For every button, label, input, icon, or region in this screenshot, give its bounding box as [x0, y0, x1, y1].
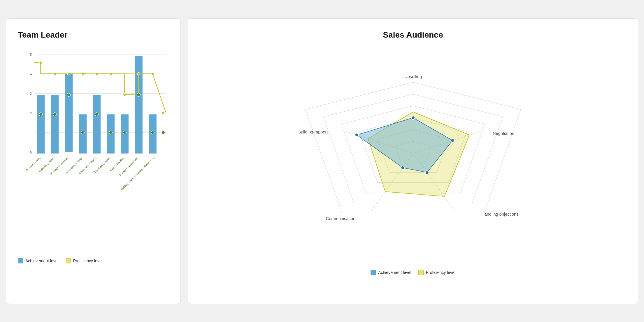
- team-leader-card: Team Leader 0 1 2 3 4 5: [6, 18, 181, 304]
- svg-point-72: [411, 116, 415, 119]
- svg-rect-23: [65, 74, 73, 152]
- sales-audience-title: Sales Audience: [200, 30, 626, 40]
- svg-text:5: 5: [30, 52, 32, 56]
- svg-point-39: [162, 111, 165, 114]
- label-communication-2: Communication: [326, 216, 355, 221]
- svg-point-73: [451, 139, 454, 142]
- svg-text:3: 3: [30, 92, 32, 95]
- svg-point-35: [109, 72, 112, 75]
- right-achievement-legend-box: [371, 270, 376, 275]
- svg-point-45: [109, 131, 113, 134]
- svg-point-30: [39, 61, 42, 64]
- svg-rect-21: [37, 95, 45, 153]
- svg-point-76: [355, 133, 359, 137]
- svg-point-47: [137, 93, 141, 96]
- right-achievement-legend-label: Achievement level: [378, 270, 411, 275]
- svg-text:Communication: Communication: [109, 156, 125, 172]
- proficiency-legend-label: Proficiency level: [73, 258, 103, 263]
- svg-point-32: [67, 72, 70, 75]
- svg-point-41: [53, 112, 57, 116]
- svg-point-74: [425, 170, 429, 174]
- svg-point-46: [123, 131, 127, 134]
- radar-svg: .radar-label { font-size: 15px; fill: #5…: [299, 48, 527, 258]
- svg-point-31: [53, 72, 56, 75]
- bar-chart-svg: 0 1 2 3 4 5: [18, 48, 169, 200]
- svg-text:2: 2: [30, 111, 32, 115]
- team-leader-title: Team Leader: [18, 30, 169, 40]
- right-achievement-legend-item: Achievement level: [371, 270, 411, 275]
- svg-rect-25: [93, 95, 101, 153]
- svg-text:Building and maintaining relat: Building and maintaining relationships: [120, 156, 155, 191]
- svg-rect-28: [135, 55, 143, 153]
- svg-point-43: [81, 131, 85, 134]
- achievement-legend-box: [18, 258, 23, 263]
- svg-text:0: 0: [30, 150, 32, 154]
- svg-point-36: [123, 93, 126, 96]
- svg-point-49: [162, 131, 165, 134]
- svg-point-44: [95, 112, 99, 116]
- label-upselling: Upselling: [404, 74, 422, 79]
- right-legend: Achievement level Proficiency level: [371, 264, 455, 275]
- svg-point-48: [151, 131, 155, 134]
- svg-rect-22: [51, 95, 59, 153]
- achievement-legend-label: Achievement level: [25, 258, 59, 263]
- svg-point-34: [95, 72, 98, 75]
- svg-point-37: [137, 72, 140, 75]
- svg-point-40: [39, 112, 43, 116]
- svg-text:1: 1: [30, 131, 32, 134]
- svg-point-42: [67, 93, 71, 96]
- sales-audience-card: Sales Audience .radar-label { font-size:…: [188, 18, 638, 304]
- svg-point-75: [401, 166, 404, 169]
- proficiency-legend-box: [66, 258, 71, 263]
- right-proficiency-legend-box: [418, 270, 424, 275]
- bar-chart-area: 0 1 2 3 4 5: [18, 48, 169, 200]
- svg-point-33: [81, 72, 84, 75]
- achievement-legend-item: Achievement level: [18, 258, 59, 263]
- proficiency-legend-item: Proficiency level: [66, 258, 103, 263]
- radar-container: .radar-label { font-size: 15px; fill: #5…: [200, 48, 626, 287]
- right-proficiency-legend-label: Proficiency level: [426, 270, 455, 275]
- label-handling: Handling objections: [481, 212, 519, 217]
- left-legend: Achievement level Proficiency level: [18, 252, 169, 263]
- svg-text:4: 4: [30, 72, 32, 76]
- label-building: Building rapport: [299, 129, 328, 134]
- main-container: Team Leader 0 1 2 3 4 5: [0, 0, 644, 322]
- svg-point-38: [151, 72, 154, 75]
- right-proficiency-legend-item: Proficiency level: [418, 270, 455, 275]
- label-negotiation: Negotiation: [493, 131, 514, 136]
